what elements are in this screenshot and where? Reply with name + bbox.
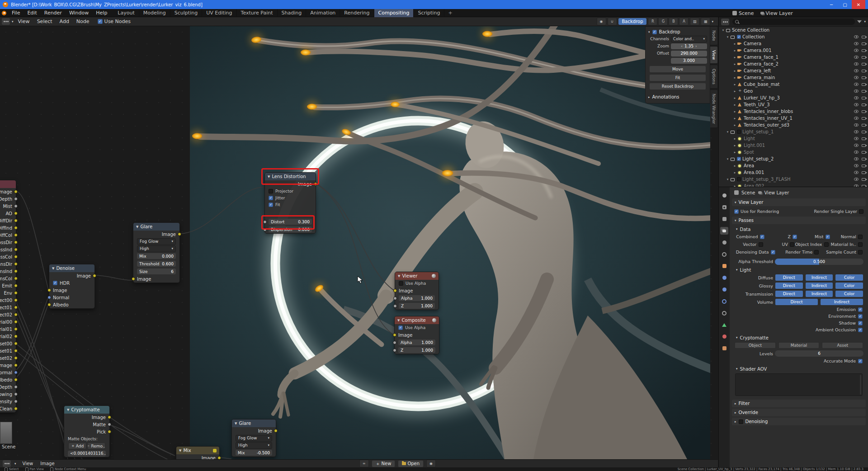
- disable-render-icon[interactable]: [862, 90, 866, 93]
- z-field[interactable]: Z1.000: [398, 347, 435, 353]
- hide-eye-icon[interactable]: [854, 178, 859, 181]
- alpha-threshold-slider[interactable]: 0.500: [775, 259, 863, 265]
- input-socket[interactable]: [393, 349, 396, 352]
- workspace-tab[interactable]: UV Editing: [202, 9, 236, 17]
- image-editor-type-button[interactable]: [3, 460, 11, 467]
- disable-render-icon[interactable]: [862, 151, 866, 154]
- menu-item[interactable]: Render: [41, 9, 66, 17]
- disclosure-icon[interactable]: ▸: [732, 171, 737, 174]
- disclosure-icon[interactable]: ▾: [725, 178, 730, 181]
- disable-render-icon[interactable]: [862, 83, 866, 86]
- breadcrumb-scene[interactable]: Scene: [741, 190, 755, 195]
- pass-checkbox[interactable]: [759, 242, 763, 247]
- workspace-tab[interactable]: Animation: [306, 9, 340, 17]
- output-socket[interactable]: [14, 371, 18, 374]
- output-socket[interactable]: [14, 320, 18, 324]
- hide-eye-icon[interactable]: [854, 117, 859, 120]
- hide-eye-icon[interactable]: [854, 56, 859, 59]
- outliner-row[interactable]: ▸ Area: [719, 162, 868, 169]
- outliner-row[interactable]: ▾ Light_setup_1: [719, 128, 868, 135]
- properties-tab[interactable]: [720, 250, 728, 258]
- outliner-row[interactable]: ▸ Camera: [719, 40, 868, 47]
- outliner-row[interactable]: ▸ Camera_face_2: [719, 61, 868, 67]
- transmission-direct-toggle[interactable]: Direct: [775, 291, 803, 297]
- input-socket[interactable]: [47, 296, 51, 299]
- snap-icon[interactable]: ∪: [608, 18, 617, 25]
- use-nodes-checkbox[interactable]: [98, 19, 103, 24]
- disclosure-icon[interactable]: ▸: [732, 76, 737, 80]
- disable-render-icon[interactable]: [862, 36, 866, 38]
- disclosure-icon[interactable]: ▸: [732, 62, 737, 66]
- properties-tab[interactable]: [720, 309, 728, 317]
- input-socket[interactable]: [393, 341, 396, 344]
- add-workspace-button[interactable]: +: [444, 10, 456, 16]
- node-composite-header[interactable]: ▼ Composite: [395, 316, 439, 324]
- pass-checkbox[interactable]: [771, 250, 775, 254]
- render-single-layer-checkbox[interactable]: [859, 209, 863, 214]
- pass-checkbox[interactable]: [760, 235, 764, 239]
- input-socket[interactable]: [393, 304, 397, 308]
- node-cryptomatte[interactable]: ▼ Cryptomatte Image Matte Pick Matte Obj…: [64, 405, 110, 457]
- disable-render-icon[interactable]: [862, 63, 866, 66]
- disclosure-icon[interactable]: ▸: [732, 144, 737, 147]
- diffuse-color-toggle[interactable]: Color: [835, 274, 863, 281]
- sidebar-tab[interactable]: Node Wrangler: [710, 89, 718, 128]
- z-field[interactable]: Z1.000: [399, 303, 435, 309]
- menu-item[interactable]: Select: [33, 18, 56, 26]
- output-socket[interactable]: [14, 226, 18, 230]
- menu-item[interactable]: Image: [37, 460, 58, 468]
- mix-field[interactable]: Mix0.000: [137, 253, 176, 259]
- node-viewer[interactable]: ▼ Viewer Use Alpha Image Alpha1.000: [395, 272, 439, 310]
- output-socket[interactable]: [14, 197, 18, 201]
- remove-button[interactable]: － Remo...: [87, 443, 105, 449]
- properties-tab[interactable]: [720, 192, 728, 199]
- disable-render-icon[interactable]: [862, 131, 866, 133]
- outliner-row[interactable]: ▸ Camera.001: [719, 47, 868, 54]
- menu-item[interactable]: Add: [56, 18, 73, 26]
- collection-checkbox[interactable]: [737, 177, 741, 181]
- node-editor-canvas[interactable]: Image Depth Mist AO: [0, 26, 718, 459]
- disable-render-icon[interactable]: [862, 56, 866, 59]
- properties-tab[interactable]: [720, 274, 728, 282]
- diffuse-direct-toggle[interactable]: Direct: [775, 274, 803, 281]
- disable-render-icon[interactable]: [862, 49, 866, 52]
- input-socket[interactable]: [47, 303, 51, 306]
- diffuse-indirect-toggle[interactable]: Indirect: [806, 274, 833, 281]
- hide-eye-icon[interactable]: [854, 151, 859, 154]
- disclosure-icon[interactable]: ▸: [732, 56, 737, 59]
- workspace-tab[interactable]: Compositing: [374, 9, 414, 17]
- workspace-tab[interactable]: Layout: [113, 9, 139, 17]
- output-socket[interactable]: [14, 378, 18, 382]
- minimize-button[interactable]: ─: [825, 0, 838, 9]
- input-socket[interactable]: [132, 277, 135, 281]
- projector-checkbox[interactable]: [269, 189, 273, 193]
- pass-checkbox[interactable]: [858, 328, 863, 332]
- output-socket[interactable]: [14, 392, 18, 396]
- hide-eye-icon[interactable]: [854, 42, 859, 45]
- new-image-button[interactable]: ＋ New: [372, 460, 396, 467]
- alpha-field[interactable]: Alpha1.000: [399, 295, 435, 301]
- output-socket[interactable]: [14, 313, 18, 316]
- output-socket[interactable]: [14, 400, 18, 403]
- passes-panel-header[interactable]: ▾ Passes: [732, 217, 866, 224]
- input-socket[interactable]: [393, 297, 397, 300]
- light-subpanel-header[interactable]: ▾ Light: [731, 266, 866, 273]
- scene-selector[interactable]: Scene: [732, 10, 754, 16]
- distort-field[interactable]: Distort0.300: [269, 219, 312, 225]
- properties-tab[interactable]: [720, 297, 728, 305]
- properties-tab[interactable]: [720, 203, 728, 211]
- properties-tab[interactable]: [720, 239, 728, 246]
- fit-row[interactable]: Fit: [265, 201, 316, 208]
- node-glare-1[interactable]: ▼ Glare Image Fog Glow▾ High▾ Mix0.000: [133, 222, 180, 283]
- sidebar-tab[interactable]: View: [710, 46, 718, 64]
- disclosure-icon[interactable]: ▾: [725, 35, 730, 39]
- outliner-search-input[interactable]: [732, 19, 855, 25]
- use-nodes-toggle[interactable]: Use Nodes: [98, 19, 131, 24]
- collection-checkbox[interactable]: [737, 35, 741, 39]
- hide-eye-icon[interactable]: [854, 137, 859, 140]
- use-alpha-checkbox[interactable]: [399, 281, 403, 286]
- hide-eye-icon[interactable]: [854, 49, 859, 52]
- collapse-caret-icon[interactable]: ▼: [67, 408, 69, 412]
- workspace-tab[interactable]: Modeling: [139, 9, 170, 17]
- output-socket[interactable]: [14, 298, 18, 302]
